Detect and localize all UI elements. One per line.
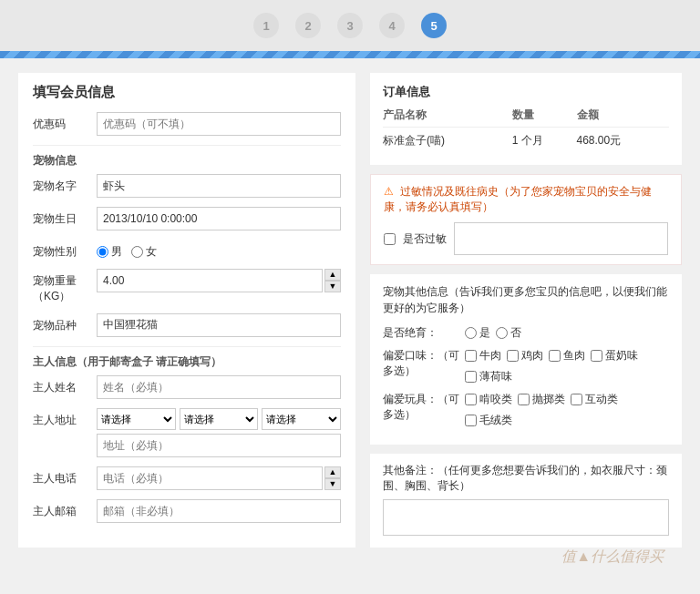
toy-bite-label: 啃咬类 [465,392,512,407]
neuter-no-label: 否 [496,325,521,341]
allergy-title: ⚠ 过敏情况及既往病史（为了您家宠物宝贝的安全与健康，请务必认真填写） [384,184,668,215]
col-qty-header: 数量 [512,108,577,128]
step-2[interactable]: 2 [295,13,321,38]
pet-breed-label: 宠物品种 [33,313,97,333]
toy-plush-label: 毛绒类 [465,413,512,428]
steps-bar: 1 2 3 4 5 [0,0,700,51]
pet-other-title: 宠物其他信息（告诉我们更多您宝贝的信息吧，以便我们能更好的为它服务） [383,283,669,316]
notes-textarea[interactable] [383,499,669,536]
owner-email-input[interactable] [97,499,341,523]
order-info-box: 订单信息 产品名称 数量 金额 标准盒子(喵) 1 个月 468.00 [370,73,682,165]
flavor-mint-checkbox[interactable] [465,371,477,383]
step-5[interactable]: 5 [421,13,447,38]
toy-value: 啃咬类 抛掷类 互动类 毛绒类 [465,392,669,428]
allergy-checkbox[interactable] [384,233,396,245]
flavor-mint-label: 薄荷味 [465,369,512,384]
owner-name-row: 主人姓名 [33,375,341,399]
owner-name-field [97,375,341,399]
owner-phone-input[interactable] [97,466,323,490]
province-select[interactable]: 请选择 [97,408,176,430]
flavor-chicken-label: 鸡肉 [507,348,543,364]
warning-icon: ⚠ [384,185,394,198]
toy-interactive-label: 互动类 [571,392,618,407]
pet-gender-female-radio[interactable] [131,246,143,258]
pet-weight-field: ▲ ▼ [97,269,341,292]
order-table: 产品名称 数量 金额 标准盒子(喵) 1 个月 468.00元 [383,108,669,154]
pet-birthday-input[interactable] [97,207,341,230]
neuter-label: 是否绝育： [383,325,465,341]
phone-up-button[interactable]: ▲ [324,466,341,478]
owner-name-input[interactable] [97,375,341,399]
flavor-fish-checkbox[interactable] [549,350,561,362]
pet-other-box: 宠物其他信息（告诉我们更多您宝贝的信息吧，以便我们能更好的为它服务） 是否绝育：… [370,274,682,445]
pet-name-row: 宠物名字 [33,174,341,198]
weight-spinner: ▲ ▼ [324,269,341,292]
flavor-label: 偏爱口味：（可多选） [383,348,465,379]
toy-plush-checkbox[interactable] [465,415,477,426]
flavor-chicken-checkbox[interactable] [507,350,519,362]
pet-info-label: 宠物信息 [33,145,341,169]
pet-gender-label: 宠物性别 [33,240,97,260]
owner-email-field [97,499,341,523]
pet-breed-input[interactable] [97,313,341,337]
allergy-box: ⚠ 过敏情况及既往病史（为了您家宠物宝贝的安全与健康，请务必认真填写） 是否过敏 [370,174,682,265]
order-row: 标准盒子(喵) 1 个月 468.00元 [383,128,669,155]
weight-up-button[interactable]: ▲ [324,269,341,281]
owner-phone-row: 主人电话 ▲ ▼ [33,466,341,490]
address-selects: 请选择 请选择 请选择 [97,408,341,430]
weight-input-wrap: ▲ ▼ [97,269,341,292]
pet-weight-input[interactable] [97,269,323,292]
blue-stripe [0,51,700,58]
pet-gender-female-label: 女 [131,244,157,260]
owner-addr-input[interactable] [97,434,341,457]
flavor-beef-checkbox[interactable] [465,350,477,362]
step-3[interactable]: 3 [337,13,363,38]
owner-phone-label: 主人电话 [33,466,97,486]
coupon-input[interactable] [97,112,341,136]
phone-spinner: ▲ ▼ [324,466,341,490]
pet-weight-label: 宠物重量（KG） [33,269,97,304]
neuter-row: 是否绝育： 是 否 [383,325,669,341]
pet-gender-male-label: 男 [97,244,122,260]
owner-addr-label: 主人地址 [33,408,97,428]
district-select[interactable]: 请选择 [262,408,341,430]
toy-label: 偏爱玩具：（可多选） [383,392,465,423]
step-4[interactable]: 4 [379,13,405,38]
col-amount-header: 金额 [577,108,669,128]
neuter-value: 是 否 [465,325,521,341]
owner-email-label: 主人邮箱 [33,499,97,519]
weight-down-button[interactable]: ▼ [324,281,341,292]
toy-bite-checkbox[interactable] [465,394,477,405]
neuter-yes-radio[interactable] [465,327,477,339]
pet-name-field [97,174,341,198]
pet-birthday-field [97,207,341,230]
toy-interactive-checkbox[interactable] [571,394,582,405]
pet-birthday-label: 宠物生日 [33,207,97,227]
coupon-row: 优惠码 [33,112,341,136]
notes-box: 其他备注：（任何更多您想要告诉我们的，如衣服尺寸：颈围、胸围、背长） [370,454,682,548]
page-wrapper: 1 2 3 4 5 填写会员信息 优惠码 宠物信息 宠物名字 [0,0,700,594]
city-select[interactable]: 请选择 [180,408,259,430]
flavor-milk-checkbox[interactable] [591,350,602,362]
pet-name-input[interactable] [97,174,341,198]
flavor-value: 牛肉 鸡肉 鱼肉 蛋奶味 薄荷味 [465,348,669,384]
pet-gender-male-radio[interactable] [97,246,108,258]
owner-phone-field: ▲ ▼ [97,466,341,490]
pet-gender-row: 宠物性别 男 女 [33,240,341,260]
neuter-no-radio[interactable] [496,327,508,339]
owner-addr-field: 请选择 请选择 请选择 [97,408,341,457]
main-content: 填写会员信息 优惠码 宠物信息 宠物名字 宠物生日 [0,58,700,562]
allergy-textarea[interactable] [454,222,668,255]
toy-throw-label: 抛掷类 [518,392,565,407]
phone-down-button[interactable]: ▼ [324,478,341,490]
flavor-row: 偏爱口味：（可多选） 牛肉 鸡肉 鱼肉 蛋奶味 薄荷味 [383,348,669,384]
allergy-row: 是否过敏 [384,222,668,255]
toy-throw-checkbox[interactable] [518,394,530,405]
step-1[interactable]: 1 [253,13,279,38]
left-form: 填写会员信息 优惠码 宠物信息 宠物名字 宠物生日 [18,73,355,548]
right-panel: 订单信息 产品名称 数量 金额 标准盒子(喵) 1 个月 468.00 [355,73,682,548]
owner-name-label: 主人姓名 [33,375,97,395]
coupon-field [97,112,341,136]
phone-wrap: ▲ ▼ [97,466,341,490]
flavor-beef-label: 牛肉 [465,348,501,364]
